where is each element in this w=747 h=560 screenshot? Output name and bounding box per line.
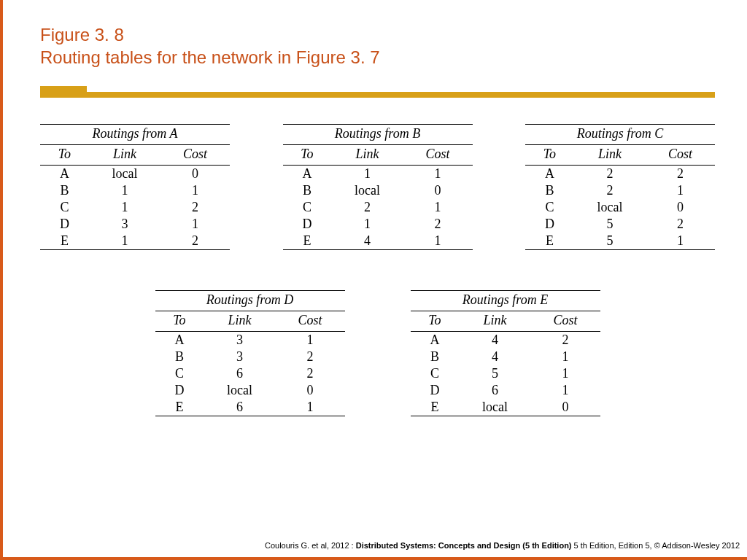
cell-link: 2 bbox=[331, 199, 403, 216]
cell-link: 3 bbox=[204, 349, 275, 365]
table-row: A22 bbox=[525, 166, 715, 183]
cell-cost: 1 bbox=[160, 182, 230, 199]
cell-to: A bbox=[283, 166, 332, 183]
footer-prefix: Coulouris G. et al, 2012 : bbox=[265, 541, 356, 550]
footer-suffix: 5 th Edition, Edition 5, © Addison-Wesle… bbox=[572, 541, 740, 550]
col-to: To bbox=[40, 145, 89, 166]
cell-link: 6 bbox=[204, 399, 275, 416]
cell-link: 1 bbox=[89, 199, 160, 216]
cell-link: 1 bbox=[89, 182, 160, 199]
cell-to: C bbox=[40, 199, 89, 216]
table-title: Routings from C bbox=[525, 124, 715, 141]
table-row: Dlocal0 bbox=[155, 382, 345, 399]
table-row: E61 bbox=[155, 399, 345, 416]
col-cost: Cost bbox=[276, 311, 345, 332]
col-link: Link bbox=[89, 145, 160, 166]
table-row: E12 bbox=[40, 233, 230, 250]
footer-bold: Distributed Systems: Concepts and Design… bbox=[356, 541, 572, 550]
cell-link: 5 bbox=[459, 365, 530, 382]
table-title: Routings from A bbox=[40, 124, 230, 141]
slide-border-bottom bbox=[0, 557, 747, 560]
page-title: Figure 3. 8 Routing tables for the netwo… bbox=[40, 23, 380, 69]
table-row: C21 bbox=[283, 199, 473, 216]
table-row: E51 bbox=[525, 233, 715, 250]
cell-to: A bbox=[155, 332, 204, 349]
cell-to: E bbox=[525, 233, 574, 250]
col-to: To bbox=[525, 145, 574, 166]
table-row: D61 bbox=[411, 382, 600, 399]
routing-table-C: Routings from C To Link Cost A22 B21 Clo… bbox=[525, 124, 715, 250]
cell-link: 4 bbox=[459, 349, 530, 365]
col-to: To bbox=[155, 311, 204, 332]
col-cost: Cost bbox=[646, 145, 715, 166]
table-title: Routings from D bbox=[155, 290, 345, 308]
cell-to: E bbox=[283, 233, 332, 250]
cell-cost: 2 bbox=[276, 349, 345, 365]
cell-link: 3 bbox=[89, 216, 160, 233]
cell-cost: 1 bbox=[160, 216, 230, 233]
table-E: To Link Cost A42 B41 C51 D61 Elocal0 bbox=[411, 311, 600, 416]
col-link: Link bbox=[331, 145, 403, 166]
cell-to: E bbox=[40, 233, 89, 250]
cell-cost: 1 bbox=[403, 199, 473, 216]
cell-cost: 0 bbox=[403, 182, 473, 199]
cell-to: D bbox=[283, 216, 332, 233]
cell-to: D bbox=[525, 216, 574, 233]
table-row: Blocal0 bbox=[283, 182, 473, 199]
table-row: D12 bbox=[283, 216, 473, 233]
cell-cost: 1 bbox=[646, 233, 715, 250]
cell-link: local bbox=[204, 382, 275, 399]
table-row: C51 bbox=[411, 365, 600, 382]
cell-to: A bbox=[525, 166, 574, 183]
col-to: To bbox=[411, 311, 460, 332]
cell-to: A bbox=[40, 166, 89, 183]
accent-bar-long bbox=[40, 92, 715, 98]
col-to: To bbox=[283, 145, 332, 166]
routing-table-B: Routings from B To Link Cost A11 Blocal0… bbox=[283, 124, 473, 250]
cell-cost: 2 bbox=[646, 216, 715, 233]
cell-to: C bbox=[283, 199, 332, 216]
cell-link: local bbox=[459, 399, 530, 416]
cell-cost: 1 bbox=[403, 166, 473, 183]
routing-table-D: Routings from D To Link Cost A31 B32 C62… bbox=[155, 290, 345, 416]
cell-cost: 0 bbox=[160, 166, 230, 183]
table-row: A11 bbox=[283, 166, 473, 183]
cell-cost: 2 bbox=[160, 233, 230, 250]
table-D: To Link Cost A31 B32 C62 Dlocal0 E61 bbox=[155, 311, 345, 416]
cell-to: E bbox=[411, 399, 460, 416]
table-row: A31 bbox=[155, 332, 345, 349]
cell-link: 5 bbox=[574, 216, 646, 233]
table-row: Elocal0 bbox=[411, 399, 600, 416]
cell-link: 6 bbox=[204, 365, 275, 382]
cell-to: B bbox=[525, 182, 574, 199]
cell-link: local bbox=[574, 199, 646, 216]
col-cost: Cost bbox=[403, 145, 473, 166]
table-row: C62 bbox=[155, 365, 345, 382]
table-row: C12 bbox=[40, 199, 230, 216]
cell-to: B bbox=[283, 182, 332, 199]
accent-bar bbox=[40, 86, 715, 98]
cell-link: local bbox=[89, 166, 160, 183]
cell-cost: 2 bbox=[646, 166, 715, 183]
cell-to: C bbox=[411, 365, 460, 382]
routing-table-E: Routings from E To Link Cost A42 B41 C51… bbox=[411, 290, 600, 416]
table-row: Clocal0 bbox=[525, 199, 715, 216]
cell-cost: 0 bbox=[276, 382, 345, 399]
col-cost: Cost bbox=[531, 311, 600, 332]
cell-to: D bbox=[155, 382, 204, 399]
title-line-2: Routing tables for the network in Figure… bbox=[40, 46, 380, 69]
cell-cost: 0 bbox=[531, 399, 600, 416]
cell-to: C bbox=[155, 365, 204, 382]
title-line-1: Figure 3. 8 bbox=[40, 23, 380, 46]
table-A: To Link Cost Alocal0 B11 C12 D31 E12 bbox=[40, 144, 230, 250]
table-B: To Link Cost A11 Blocal0 C21 D12 E41 bbox=[283, 144, 473, 250]
table-row: D31 bbox=[40, 216, 230, 233]
tables-row-bottom: Routings from D To Link Cost A31 B32 C62… bbox=[40, 290, 715, 416]
cell-cost: 2 bbox=[531, 332, 600, 349]
table-title: Routings from B bbox=[283, 124, 473, 141]
cell-to: B bbox=[155, 349, 204, 365]
cell-link: local bbox=[331, 182, 403, 199]
cell-link: 1 bbox=[89, 233, 160, 250]
tables-row-top: Routings from A To Link Cost Alocal0 B11… bbox=[40, 124, 715, 250]
col-link: Link bbox=[574, 145, 646, 166]
